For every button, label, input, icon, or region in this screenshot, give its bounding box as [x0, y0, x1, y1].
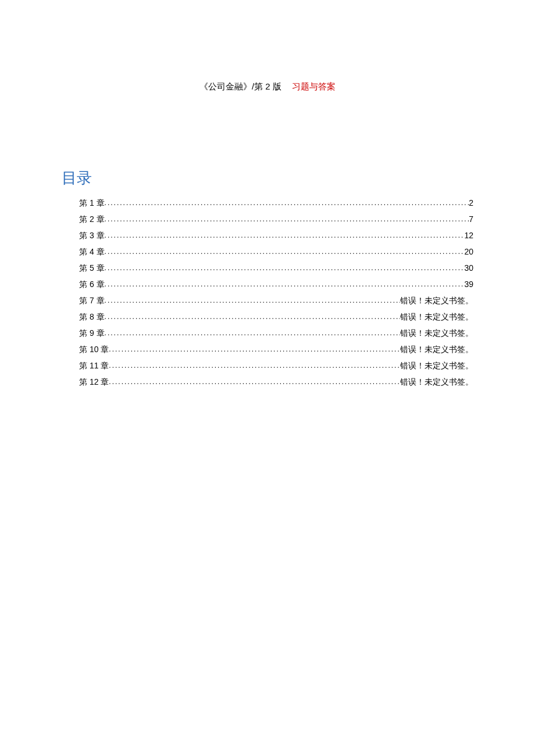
page-header: 《公司金融》/第 2 版 习题与答案 — [58, 81, 477, 92]
toc-entry[interactable]: 第 11 章 错误！未定义书签。 — [79, 361, 473, 370]
toc-entry-label: 第 4 章 — [79, 248, 105, 256]
toc-entry[interactable]: 第 4 章 20 — [79, 248, 473, 256]
toc-entry-label: 第 6 章 — [79, 280, 105, 288]
toc-entry-label: 第 9 章 — [79, 329, 105, 337]
toc-entry-page: 20 — [464, 248, 473, 256]
toc-leader — [105, 313, 400, 320]
toc-heading: 目录 — [62, 168, 477, 188]
toc-leader — [105, 248, 465, 255]
toc-entry-page: 12 — [464, 231, 473, 239]
toc-entry-page: 错误！未定义书签。 — [400, 296, 473, 304]
toc-leader — [109, 362, 400, 369]
toc-leader — [105, 232, 465, 239]
toc-entry[interactable]: 第 6 章 39 — [79, 280, 473, 288]
toc-entry-label: 第 7 章 — [79, 296, 105, 304]
toc-entry[interactable]: 第 7 章 错误！未定义书签。 — [79, 296, 473, 304]
toc-entry-label: 第 2 章 — [79, 215, 105, 223]
toc-entry[interactable]: 第 8 章 错误！未定义书签。 — [79, 313, 473, 321]
toc-entry-page: 错误！未定义书签。 — [400, 313, 473, 321]
toc-entry[interactable]: 第 5 章 30 — [79, 264, 473, 272]
toc-leader — [105, 264, 465, 271]
document-page: 《公司金融》/第 2 版 习题与答案 目录 第 1 章 2 第 2 章 7 第 … — [0, 0, 535, 386]
toc-leader — [105, 199, 469, 206]
header-title-main: 《公司金融》/第 2 版 — [199, 81, 281, 91]
toc-entry-page: 错误！未定义书签。 — [400, 329, 473, 337]
header-title-subtitle: 习题与答案 — [292, 81, 336, 91]
toc-leader — [105, 216, 469, 223]
toc-entry-page: 错误！未定义书签。 — [400, 378, 473, 386]
toc-entry-page: 30 — [464, 264, 473, 272]
toc-entry-label: 第 10 章 — [79, 345, 109, 353]
toc-leader — [109, 378, 400, 385]
toc-entry-label: 第 8 章 — [79, 313, 105, 321]
toc-entry-page: 2 — [469, 199, 473, 207]
toc-entry[interactable]: 第 1 章 2 — [79, 199, 473, 207]
toc-leader — [105, 297, 400, 304]
toc-entry-label: 第 1 章 — [79, 199, 105, 207]
toc-entry-label: 第 5 章 — [79, 264, 105, 272]
toc-entry-page: 7 — [469, 215, 473, 223]
toc-leader — [105, 329, 400, 336]
toc-leader — [105, 281, 465, 288]
toc-entry-label: 第 12 章 — [79, 378, 109, 386]
toc-entry-page: 39 — [464, 280, 473, 288]
toc-entry[interactable]: 第 3 章 12 — [79, 231, 473, 239]
toc-entry[interactable]: 第 2 章 7 — [79, 215, 473, 223]
toc-entry-label: 第 3 章 — [79, 231, 105, 239]
toc-list: 第 1 章 2 第 2 章 7 第 3 章 12 第 4 章 20 第 5 章 … — [58, 199, 477, 386]
toc-entry-label: 第 11 章 — [79, 361, 109, 370]
toc-entry-page: 错误！未定义书签。 — [400, 345, 473, 353]
toc-entry[interactable]: 第 12 章 错误！未定义书签。 — [79, 378, 473, 386]
toc-entry[interactable]: 第 9 章 错误！未定义书签。 — [79, 329, 473, 337]
toc-entry[interactable]: 第 10 章 错误！未定义书签。 — [79, 345, 473, 353]
toc-entry-page: 错误！未定义书签。 — [400, 361, 473, 370]
toc-leader — [109, 346, 400, 353]
